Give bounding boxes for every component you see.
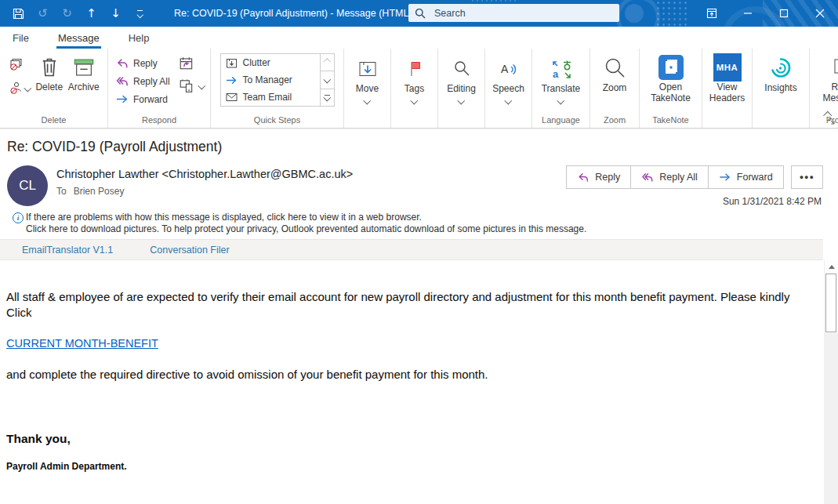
message-actions: Reply Reply All Forward ●●● xyxy=(567,165,830,207)
customize-qat-icon[interactable] xyxy=(129,3,151,24)
tab-file[interactable]: File xyxy=(11,27,31,49)
view-headers-label-line2: Headers xyxy=(709,92,745,103)
quick-step-clutter[interactable]: Clutter xyxy=(221,54,320,71)
ribbon-group-editing: Editing xyxy=(438,49,485,128)
zoom-magnifier-icon xyxy=(603,54,626,82)
delete-button[interactable]: Delete xyxy=(32,51,67,93)
tab-help[interactable]: Help xyxy=(127,27,151,49)
infobar-line-display[interactable]: If there are problems with how this mess… xyxy=(26,212,822,223)
ribbon-display-options-icon[interactable] xyxy=(694,0,730,26)
title-bar: ↺ ↻ ↑ ↓ Re: COVID-19 (Payroll Adjustment… xyxy=(0,0,838,27)
tags-dropdown-icon xyxy=(411,97,418,104)
vertical-scrollbar[interactable] xyxy=(824,260,838,504)
tab-message[interactable]: Message xyxy=(56,27,101,49)
undo-icon[interactable]: ↺ xyxy=(32,3,53,24)
scrollbar-up-arrow[interactable] xyxy=(825,260,838,273)
body-closing: Thank you, xyxy=(6,432,838,446)
minimize-icon[interactable] xyxy=(730,0,766,26)
ribbon-group-delete: Delete Archive Delete xyxy=(0,49,108,128)
ribbon-group-language: a Translate Language xyxy=(532,49,590,128)
reply-all-button[interactable]: Reply All xyxy=(114,72,172,90)
editing-dropdown-icon xyxy=(458,97,465,104)
collapse-ribbon-button[interactable] xyxy=(825,107,831,121)
gallery-scroll-up-button[interactable] xyxy=(321,53,335,71)
reply-with-meeting-button[interactable] xyxy=(179,56,205,71)
maximize-icon[interactable] xyxy=(766,0,802,26)
ribbon-group-view-headers: MHA View Headers xyxy=(702,49,753,128)
reply-all-action-button[interactable]: Reply All xyxy=(630,165,709,189)
ribbon-group-tags: Tags xyxy=(391,49,438,128)
move-button[interactable]: Move xyxy=(347,51,388,104)
addin-email-translator[interactable]: EmailTranslator V1.1 xyxy=(22,245,113,256)
forward-button[interactable]: Forward xyxy=(114,90,172,108)
message-header: Re: COVID-19 (Payroll Adjustment) CL Chr… xyxy=(0,129,838,207)
view-headers-label-line1: View xyxy=(717,82,738,92)
infobar-line-pictures[interactable]: Click here to download pictures. To help… xyxy=(26,223,822,235)
reply-action-button[interactable]: Reply xyxy=(566,165,631,189)
ignore-button[interactable] xyxy=(9,57,31,71)
move-dropdown-icon xyxy=(364,97,371,104)
redo-icon[interactable]: ↻ xyxy=(56,3,78,24)
archive-button[interactable]: Archive xyxy=(67,51,101,93)
recipient-name[interactable]: Brien Posey xyxy=(74,186,125,197)
read-aloud-icon: A xyxy=(499,55,519,83)
insights-label: Insights xyxy=(764,82,796,93)
more-actions-button[interactable]: ●●● xyxy=(791,165,823,189)
ribbon-group-takenote: Open TakeNote TakeNote xyxy=(640,49,702,128)
trash-icon xyxy=(40,53,59,82)
group-label-view-headers-empty xyxy=(705,114,749,128)
flag-icon xyxy=(405,55,424,83)
scrollbar-thumb[interactable] xyxy=(825,274,836,332)
search-input[interactable] xyxy=(433,7,585,20)
report-message-button[interactable]: ! Report Message xyxy=(817,51,838,104)
ribbon: Delete Archive Delete xyxy=(0,49,838,129)
open-takenote-label-line1: Open xyxy=(659,82,682,92)
sender-name-email[interactable]: Christopher Lawther <Christopher.Lawther… xyxy=(56,168,567,180)
titlebar-decoration xyxy=(625,4,644,23)
junk-dropdown-icon xyxy=(24,84,31,91)
insights-button[interactable]: Insights xyxy=(757,51,804,94)
gallery-scroll-down-button[interactable] xyxy=(321,71,335,89)
translate-label: Translate xyxy=(542,83,581,94)
quick-step-to-manager[interactable]: To Manager xyxy=(221,71,320,89)
sent-timestamp: Sun 1/31/2021 8:42 PM xyxy=(723,196,823,207)
magnifier-icon xyxy=(452,55,471,83)
quick-step-team-email[interactable]: Team Email xyxy=(221,89,320,106)
editing-button[interactable]: Editing xyxy=(441,51,482,104)
quick-access-toolbar: ↺ ↻ ↑ ↓ xyxy=(0,3,151,24)
zoom-button[interactable]: Zoom xyxy=(597,51,632,94)
quick-step-label: To Manager xyxy=(243,74,292,85)
save-icon[interactable] xyxy=(8,3,29,24)
view-headers-button[interactable]: MHA View Headers xyxy=(706,51,749,104)
reply-button[interactable]: Reply xyxy=(114,54,172,72)
report-message-icon: ! xyxy=(833,53,838,82)
phishing-link[interactable]: CURRENT MONTH-BENEFIT xyxy=(6,337,158,350)
previous-item-icon[interactable]: ↑ xyxy=(81,3,102,24)
open-takenote-button[interactable]: Open TakeNote xyxy=(646,51,696,104)
tags-button[interactable]: Tags xyxy=(394,51,435,104)
group-label-tags-empty xyxy=(394,114,435,128)
group-label-language: Language xyxy=(535,114,587,128)
forward-action-button[interactable]: Forward xyxy=(708,165,784,189)
next-item-icon[interactable]: ↓ xyxy=(105,3,126,24)
reply-all-icon xyxy=(641,172,654,183)
speech-button[interactable]: A Speech xyxy=(488,51,529,104)
more-respond-actions-button[interactable] xyxy=(179,78,205,93)
translate-button[interactable]: a Translate xyxy=(538,51,585,104)
forward-action-label: Forward xyxy=(737,172,773,183)
ribbon-group-move: Move xyxy=(344,49,391,128)
archive-icon xyxy=(73,53,95,82)
sender-avatar[interactable]: CL xyxy=(7,165,48,206)
addin-conversation-filer[interactable]: Conversation Filer xyxy=(150,245,229,256)
gallery-more-button[interactable] xyxy=(321,89,335,107)
junk-button[interactable] xyxy=(9,81,31,95)
group-label-quick-steps: Quick Steps xyxy=(213,114,341,128)
archive-button-label: Archive xyxy=(68,82,100,92)
svg-text:a: a xyxy=(553,68,559,79)
move-label: Move xyxy=(356,83,379,94)
reply-label: Reply xyxy=(133,58,158,69)
close-icon[interactable] xyxy=(802,0,838,26)
search-box[interactable] xyxy=(408,4,619,22)
scrollbar-track[interactable] xyxy=(825,333,838,504)
ribbon-group-speech: A Speech xyxy=(485,49,532,128)
